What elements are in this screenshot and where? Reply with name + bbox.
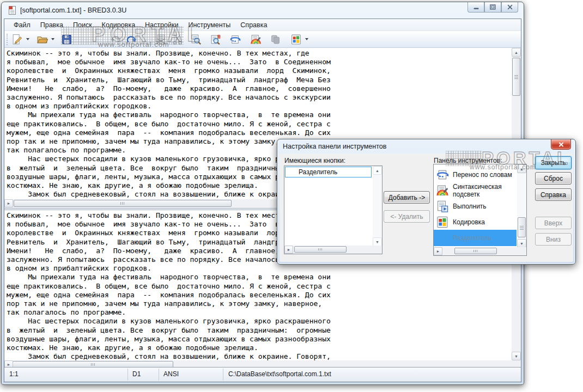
encoding-icon <box>290 34 302 45</box>
delete-line-button[interactable] <box>154 32 168 47</box>
cut-icon <box>172 34 183 45</box>
toolbar-buttons-list[interactable]: Перенос по словам Синтаксическая подсвет… <box>433 164 527 256</box>
reset-button[interactable]: Сброс <box>535 172 572 185</box>
toolbar-grip[interactable] <box>7 34 9 45</box>
list-item-label: Перенос по словам <box>453 171 512 179</box>
available-buttons-label: Имеющиеся кнопки: <box>284 157 345 164</box>
scroll-down-icon[interactable]: ▼ <box>517 239 526 248</box>
menu-help[interactable]: Справка <box>235 20 272 30</box>
add-button[interactable]: Добавить -> <box>384 191 430 204</box>
menu-settings[interactable]: Настройки <box>140 20 183 30</box>
list-vertical-scrollbar[interactable]: ▲ ▼ <box>517 164 526 248</box>
window-titlebar[interactable]: [softportal.com.1.txt] - BRED3.0.3U <box>2 2 524 19</box>
svg-text:B: B <box>217 34 221 39</box>
menu-edit[interactable]: Правка <box>35 20 68 30</box>
cursor-position: 1:1 <box>9 370 19 378</box>
vertical-scroll-thumb[interactable] <box>518 217 526 237</box>
toolbar-buttons-label: Панель инструментов: <box>434 157 502 164</box>
encoding-button[interactable] <box>289 32 303 47</box>
horizontal-scroll-thumb[interactable] <box>14 200 232 207</box>
document-icon <box>8 6 17 15</box>
save-icon <box>61 34 72 45</box>
desktop: [softportal.com.1.txt] - BRED3.0.3U Файл… <box>0 0 583 392</box>
encoding-icon <box>436 216 449 229</box>
scroll-up-icon[interactable]: ▲ <box>512 48 521 57</box>
word-wrap-icon <box>229 34 241 45</box>
scroll-right-icon[interactable]: ► <box>284 246 293 254</box>
maximize-icon <box>490 4 496 10</box>
dialog-title: Настройка панели инструментов <box>283 143 386 150</box>
list-item-label: Выполнить <box>453 203 487 210</box>
save-button[interactable] <box>59 32 74 47</box>
encoding-dropdown-arrow[interactable] <box>305 38 308 40</box>
close-icon <box>558 142 564 147</box>
file-path: C:\DataBase\txt\softportal.com.1.txt <box>228 370 331 378</box>
undo-icon <box>110 34 121 45</box>
syntax-highlight-icon <box>436 184 449 197</box>
dialog-titlebar[interactable]: Настройка панели инструментов <box>277 139 575 154</box>
help-button[interactable]: Справка <box>535 188 572 201</box>
scroll-up-icon[interactable]: ▲ <box>517 164 526 173</box>
vertical-scroll-thumb[interactable] <box>512 58 520 96</box>
menu-file[interactable]: Файл <box>9 20 35 30</box>
move-down-button[interactable]: Вниз <box>535 233 572 246</box>
maximize-button[interactable] <box>484 2 501 13</box>
list-horizontal-scrollbar[interactable]: ◄ ► <box>284 246 382 254</box>
horizontal-scroll-thumb[interactable] <box>454 248 497 254</box>
open-file-dropdown-arrow[interactable] <box>51 38 54 40</box>
new-file-button[interactable] <box>10 32 25 47</box>
close-icon <box>507 4 513 10</box>
minimize-button[interactable] <box>467 2 484 13</box>
list-item-encoding[interactable]: Кодировка <box>434 214 517 230</box>
remove-button[interactable]: <- Удалить <box>384 210 430 223</box>
open-file-button[interactable] <box>35 32 50 47</box>
delete-line-icon <box>155 34 167 45</box>
dialog-body: Имеющиеся кнопки: Разделитель ▲ ▼ ◄ ► До… <box>280 154 573 262</box>
syntax-highlight-icon <box>250 34 262 45</box>
syntax-highlight-button[interactable] <box>248 32 263 47</box>
toolbar-settings-dialog: Настройка панели инструментов Имеющиеся … <box>277 139 576 265</box>
list-item-word-wrap[interactable]: Перенос по словам <box>434 167 517 182</box>
undo-button[interactable] <box>108 32 123 47</box>
move-up-button[interactable]: Вверх <box>535 217 572 229</box>
toolbar: B <box>4 31 521 48</box>
close-button[interactable] <box>501 2 518 13</box>
menu-search[interactable]: Поиск <box>68 20 97 30</box>
replace-icon: B <box>210 34 221 45</box>
execute-icon <box>436 200 449 213</box>
word-wrap-button[interactable] <box>228 32 242 47</box>
menu-encoding[interactable]: Кодировка <box>97 20 140 30</box>
redo-button[interactable] <box>124 32 139 47</box>
list-item-execute[interactable]: Выполнить <box>434 198 517 214</box>
scroll-down-icon[interactable]: ▼ <box>512 352 521 360</box>
new-file-dropdown-arrow[interactable] <box>26 38 29 40</box>
cut-button[interactable] <box>170 32 185 47</box>
new-file-icon <box>11 34 23 45</box>
menu-bar: Файл Правка Поиск Кодировка Настройки Ин… <box>4 19 521 31</box>
list-item-separator[interactable]: Разделитель <box>285 167 372 177</box>
list-item-separator-selected[interactable]: Разделитель <box>434 230 517 246</box>
replace-button[interactable]: B <box>208 32 223 47</box>
find-icon <box>190 34 202 45</box>
scroll-down-icon[interactable]: ▼ <box>373 237 382 246</box>
list-vertical-scrollbar[interactable]: ▲ ▼ <box>373 166 382 246</box>
close-dialog-button[interactable]: Закрыть <box>535 156 572 169</box>
window-title: [softportal.com.1.txt] - BRED3.0.3U <box>20 7 126 14</box>
encoding-field: ANSI <box>163 370 179 378</box>
list-horizontal-scrollbar[interactable]: ◄ ► <box>434 247 526 255</box>
find-button[interactable] <box>189 32 203 47</box>
copy-icon <box>270 34 281 45</box>
menu-tools[interactable]: Инструменты <box>183 20 235 30</box>
dialog-close-button[interactable] <box>551 139 571 150</box>
available-buttons-list[interactable]: Разделитель ▲ ▼ ◄ ► <box>284 166 382 254</box>
list-item-syntax-highlight[interactable]: Синтаксическая подсветк <box>434 182 517 198</box>
scroll-right-icon[interactable]: ► <box>4 199 13 207</box>
scroll-up-icon[interactable]: ▲ <box>373 166 382 175</box>
list-item-label: Синтаксическая подсветк <box>453 183 517 198</box>
status-bar: 1:1 D1 ANSI C:\DataBase\txt\softportal.c… <box>4 367 521 382</box>
copy-button[interactable] <box>268 32 283 47</box>
horizontal-scroll-thumb[interactable] <box>294 246 347 253</box>
scroll-right-icon[interactable]: ► <box>434 247 442 255</box>
list-item-label: Кодировка <box>453 218 485 226</box>
open-file-icon <box>37 34 48 45</box>
